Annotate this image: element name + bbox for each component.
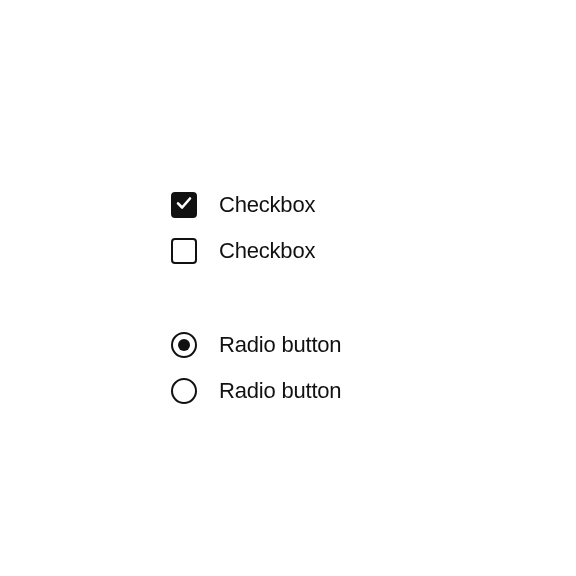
radio-selected[interactable] bbox=[171, 332, 197, 358]
checkbox-unchecked[interactable] bbox=[171, 238, 197, 264]
checkbox-checked[interactable] bbox=[171, 192, 197, 218]
checkbox-label: Checkbox bbox=[219, 238, 315, 264]
checkbox-row: Checkbox bbox=[171, 192, 341, 218]
checkbox-label: Checkbox bbox=[219, 192, 315, 218]
radio-row: Radio button bbox=[171, 332, 341, 358]
form-controls: Checkbox Checkbox Radio button Radio but… bbox=[171, 192, 341, 404]
checkbox-group: Checkbox Checkbox bbox=[171, 192, 341, 264]
radio-group: Radio button Radio button bbox=[171, 332, 341, 404]
radio-label: Radio button bbox=[219, 378, 341, 404]
check-icon bbox=[175, 194, 193, 216]
radio-row: Radio button bbox=[171, 378, 341, 404]
checkbox-row: Checkbox bbox=[171, 238, 341, 264]
radio-unselected[interactable] bbox=[171, 378, 197, 404]
radio-label: Radio button bbox=[219, 332, 341, 358]
